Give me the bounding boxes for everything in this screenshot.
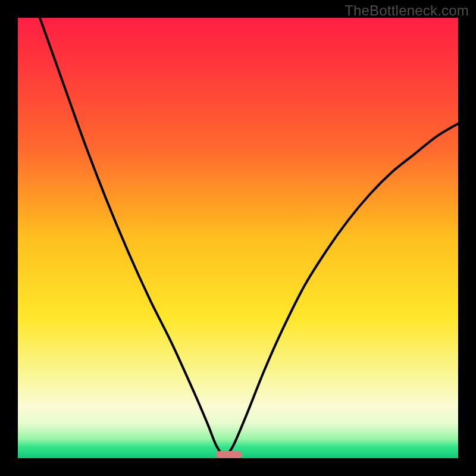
- bottleneck-curve: [18, 18, 458, 458]
- watermark-text: TheBottleneck.com: [345, 2, 469, 19]
- plot-area: [18, 18, 458, 458]
- chart-frame: TheBottleneck.com: [0, 0, 476, 476]
- optimum-marker: [216, 451, 242, 458]
